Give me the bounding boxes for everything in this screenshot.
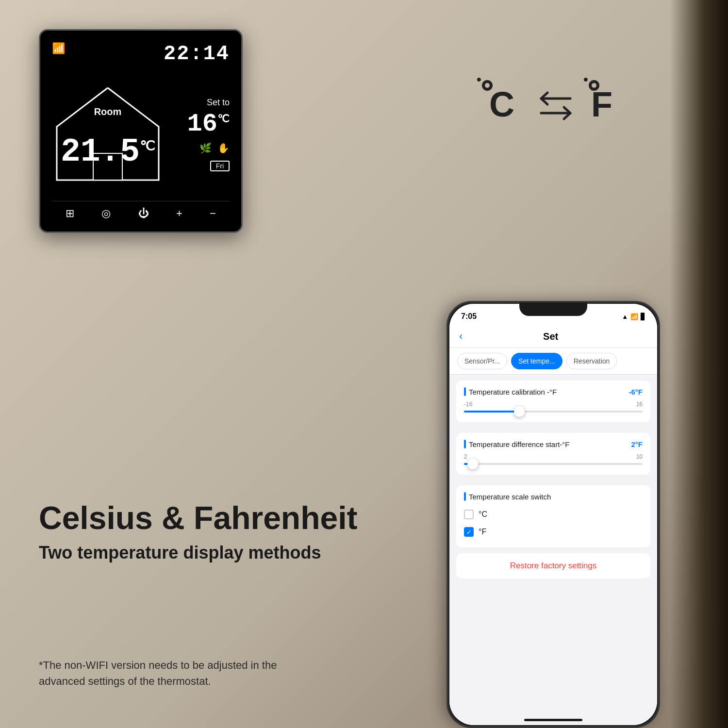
current-temp-unit: ℃ <box>140 138 155 154</box>
temp-calibration-slider[interactable]: -16 16 <box>464 401 643 413</box>
phone-screen-inner: 7:05 ▲ 📶 ▊ ‹ Set Sen <box>449 304 657 725</box>
back-button[interactable]: ‹ <box>459 330 463 343</box>
fahrenheit-symbol: F <box>587 78 631 134</box>
scale-switch-symbols: C F <box>480 78 631 134</box>
phone-outer: 7:05 ▲ 📶 ▊ ‹ Set Sen <box>447 301 660 728</box>
hand-icon: ✋ <box>217 142 230 154</box>
tab-sensor[interactable]: Sensor/Pr... <box>457 353 507 369</box>
slider-max-2: 10 <box>636 453 643 460</box>
restore-factory-button[interactable]: Restore factory settings <box>456 553 650 579</box>
home-indicator <box>524 719 582 721</box>
celsius-symbol: C <box>480 78 524 134</box>
tab-set-temp[interactable]: Set tempe... <box>511 353 562 369</box>
fahrenheit-label: °F <box>479 528 486 536</box>
current-temp-display: 21.5℃ <box>61 133 155 170</box>
set-to-block: Set to 16℃ 🌿 ✋ Fri <box>187 93 230 170</box>
scale-switch-label: Temperature scale switch <box>469 493 551 501</box>
set-to-label: Set to <box>207 98 230 108</box>
app-content: Temperature calibration -°F -6°F -16 16 <box>449 375 657 725</box>
slider-thumb[interactable] <box>514 406 525 417</box>
blue-bar-3 <box>464 492 466 501</box>
fahrenheit-checkbox[interactable]: ✓ <box>464 527 474 537</box>
app-header: ‹ Set <box>449 325 657 348</box>
scale-label-left: Temperature scale switch <box>464 492 551 501</box>
temp-calibration-label: Temperature calibration -°F -6°F <box>464 387 643 396</box>
app-title: Set <box>467 331 634 342</box>
scale-section-label: Temperature scale switch <box>464 492 643 501</box>
thermostat-buttons: ⊞ ◎ ⏻ + − <box>52 201 230 220</box>
temp-difference-card: Temperature difference start-°F 2°F 2 10 <box>456 433 650 475</box>
blue-bar <box>464 387 466 396</box>
fahrenheit-option: ✓ °F <box>464 523 643 541</box>
temp-scale-section: Temperature scale switch °C ✓ °F <box>456 485 650 547</box>
settings-button[interactable]: ◎ <box>101 207 111 220</box>
thermostat-device: 📶 22:14 Room 21.5℃ Set to 16℃ 🌿 <box>39 29 243 233</box>
temp-difference-value: 2°F <box>631 440 643 448</box>
mode-icons: 🌿 ✋ <box>199 142 230 154</box>
celsius-option: °C <box>464 506 643 523</box>
thermostat-middle: Room 21.5℃ Set to 16℃ 🌿 ✋ Fri <box>52 69 230 193</box>
minus-button[interactable]: − <box>210 207 216 220</box>
restore-label: Restore factory settings <box>510 561 597 570</box>
wifi-status-icon: 📶 <box>630 313 638 320</box>
label-left-2: Temperature difference start-°F <box>464 440 569 448</box>
slider-min: -16 <box>464 401 472 408</box>
slider-track[interactable] <box>464 411 643 413</box>
temp-difference-label: Temperature difference start-°F 2°F <box>464 440 643 448</box>
set-temp-value: 16 <box>187 110 217 138</box>
tab-reservation[interactable]: Reservation <box>566 353 617 369</box>
dark-edge <box>670 0 728 728</box>
slider-labels: -16 16 <box>464 401 643 408</box>
double-arrow-icon <box>534 89 578 123</box>
set-temp-display: 16℃ <box>187 110 230 138</box>
separator <box>449 422 657 427</box>
slider-thumb-2[interactable] <box>467 459 478 469</box>
temp-difference-text: Temperature difference start-°F <box>469 440 569 448</box>
grid-button[interactable]: ⊞ <box>66 207 74 220</box>
phone-notch <box>519 302 587 316</box>
temp-calibration-card: Temperature calibration -°F -6°F -16 16 <box>456 381 650 422</box>
tab-bar: Sensor/Pr... Set tempe... Reservation <box>449 348 657 375</box>
celsius-label: °C <box>479 510 487 519</box>
subline: Two temperature display methods <box>39 543 358 563</box>
room-label: Room <box>94 106 122 117</box>
footnote-text: *The non-WIFI version needs to be adjust… <box>39 659 277 687</box>
slider-fill <box>464 411 519 413</box>
status-icons: ▲ 📶 ▊ <box>622 313 645 320</box>
temp-calibration-value: -6°F <box>629 388 643 396</box>
svg-text:C: C <box>489 85 514 124</box>
thermostat-top-bar: 📶 22:14 <box>52 42 230 66</box>
separator-2 <box>449 475 657 480</box>
temp-difference-slider[interactable]: 2 10 <box>464 453 643 465</box>
footnote: *The non-WIFI version needs to be adjust… <box>39 657 277 689</box>
headline: Celsius & Fahrenheit <box>39 500 358 536</box>
slider-track-2[interactable] <box>464 463 643 465</box>
slider-min-2: 2 <box>464 453 467 460</box>
temp-calibration-text: Temperature calibration -°F <box>469 388 557 396</box>
celsius-checkbox[interactable] <box>464 510 474 519</box>
status-time: 7:05 <box>461 312 477 321</box>
set-temp-unit: ℃ <box>217 113 230 126</box>
house-container: Room 21.5℃ <box>52 78 164 185</box>
slider-max: 16 <box>636 401 643 408</box>
eco-icon: 🌿 <box>199 142 212 154</box>
main-text-block: Celsius & Fahrenheit Two temperature dis… <box>39 500 358 563</box>
power-button[interactable]: ⏻ <box>138 207 149 220</box>
signal-icon: ▲ <box>622 313 628 320</box>
slider-labels-2: 2 10 <box>464 453 643 460</box>
plus-button[interactable]: + <box>176 207 182 220</box>
day-badge: Fri <box>210 161 230 171</box>
blue-bar-2 <box>464 440 466 448</box>
wifi-icon: 📶 <box>52 42 65 55</box>
current-temp-value: 21.5 <box>61 133 140 170</box>
thermostat-time: 22:14 <box>164 42 230 66</box>
label-left: Temperature calibration -°F <box>464 387 557 396</box>
battery-icon: ▊ <box>641 313 645 320</box>
phone-mockup: 7:05 ▲ 📶 ▊ ‹ Set Sen <box>447 301 660 728</box>
phone-screen: 7:05 ▲ 📶 ▊ ‹ Set Sen <box>449 304 657 725</box>
svg-text:F: F <box>591 85 612 124</box>
